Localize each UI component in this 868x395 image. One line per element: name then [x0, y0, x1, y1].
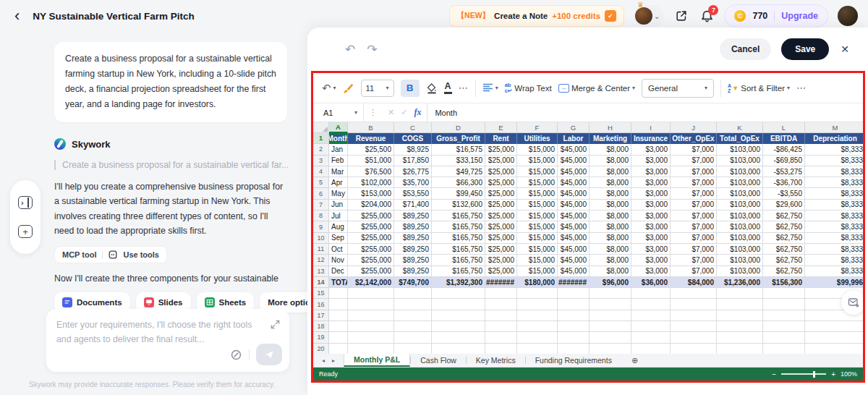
column-header-C[interactable]: C	[394, 122, 432, 133]
sheet-tab-funding-requirements[interactable]: Funding Requirements	[526, 354, 621, 367]
cell-E17[interactable]	[485, 310, 517, 321]
cell-E18[interactable]	[485, 321, 517, 332]
cell-L19[interactable]	[763, 332, 805, 343]
cell-M7[interactable]: $8,333	[805, 200, 863, 211]
cell-L11[interactable]: $62,750	[763, 244, 805, 255]
cell-F11[interactable]: $15,000	[517, 244, 558, 255]
row-header-2[interactable]: 2	[313, 144, 329, 155]
cell-A14[interactable]: TOTAL	[329, 277, 348, 288]
cell-C16[interactable]	[394, 299, 432, 310]
cell-I9[interactable]: $3,000	[631, 221, 671, 232]
cell-A8[interactable]: Jul	[329, 211, 348, 221]
cell-B1[interactable]: Revenue	[348, 133, 394, 144]
cell-H1[interactable]: Marketing	[590, 133, 631, 144]
cell-M11[interactable]: $8,333	[805, 244, 863, 255]
new-chat-button[interactable]: +	[18, 225, 33, 238]
cell-L10[interactable]: $62,750	[763, 233, 805, 244]
cell-M14[interactable]: $99,996	[805, 277, 863, 288]
cell-H8[interactable]: $8,000	[590, 211, 631, 221]
sort-filter-button[interactable]: AZ▼ Sort & Filter ▾	[728, 83, 790, 93]
column-header-E[interactable]: E	[485, 122, 517, 133]
cell-I4[interactable]: $3,000	[631, 166, 671, 177]
column-header-M[interactable]: M	[805, 122, 863, 133]
cell-J17[interactable]	[671, 310, 717, 321]
cell-G17[interactable]	[558, 310, 590, 321]
cell-G10[interactable]: $45,000	[558, 233, 590, 244]
cell-E6[interactable]: $25,000	[485, 188, 517, 199]
cell-I16[interactable]	[631, 299, 671, 310]
cell-B18[interactable]	[348, 321, 394, 332]
cell-B13[interactable]: $255,000	[348, 266, 394, 277]
cell-C11[interactable]: $89,250	[394, 244, 432, 255]
cell-K19[interactable]	[717, 332, 763, 343]
cell-E11[interactable]: $25,000	[485, 244, 517, 255]
cell-C8[interactable]: $89,250	[394, 211, 432, 221]
cell-D16[interactable]	[432, 299, 485, 310]
cell-M19[interactable]	[805, 332, 863, 343]
cell-H20[interactable]	[590, 344, 631, 354]
cell-H14[interactable]: $96,000	[590, 277, 631, 288]
cell-I2[interactable]: $3,000	[631, 144, 671, 155]
cell-K20[interactable]	[717, 344, 763, 354]
cell-A19[interactable]	[329, 332, 348, 343]
cell-M20[interactable]	[805, 344, 863, 354]
save-button[interactable]: Save	[781, 38, 829, 60]
add-sheet-button[interactable]: ⊕	[621, 354, 648, 367]
cell-I19[interactable]	[631, 332, 671, 343]
row-header-4[interactable]: 4	[313, 166, 329, 177]
cell-H3[interactable]: $8,000	[590, 156, 631, 166]
cell-F10[interactable]: $15,000	[517, 233, 558, 244]
cell-E4[interactable]: $25,000	[485, 166, 517, 177]
upgrade-button[interactable]: Upgrade	[781, 11, 818, 21]
align-button[interactable]: ▾	[482, 83, 498, 93]
cell-F6[interactable]: $15,000	[517, 188, 558, 199]
cell-J8[interactable]: $7,000	[671, 211, 717, 221]
cell-C7[interactable]: $71,400	[394, 200, 432, 211]
cell-C12[interactable]: $89,250	[394, 255, 432, 266]
cell-E12[interactable]: $25,000	[485, 255, 517, 266]
cell-J2[interactable]: $7,000	[671, 144, 717, 155]
cell-H19[interactable]	[590, 332, 631, 343]
notifications-button[interactable]: 7	[699, 8, 715, 24]
row-header-13[interactable]: 13	[313, 266, 329, 277]
row-header-18[interactable]: 18	[313, 321, 329, 332]
cell-D17[interactable]	[432, 310, 485, 321]
cell-L5[interactable]: -$36,700	[763, 177, 805, 188]
row-header-16[interactable]: 16	[313, 299, 329, 310]
cell-J3[interactable]: $7,000	[671, 156, 717, 166]
cell-C20[interactable]	[394, 344, 432, 354]
cell-G11[interactable]: $45,000	[558, 244, 590, 255]
row-header-8[interactable]: 8	[313, 211, 329, 221]
cell-C15[interactable]	[394, 288, 432, 299]
cell-A9[interactable]: Aug	[329, 221, 348, 232]
row-header-19[interactable]: 19	[313, 332, 329, 343]
cell-H5[interactable]: $8,000	[590, 177, 631, 188]
cell-G18[interactable]	[558, 321, 590, 332]
cell-B9[interactable]: $255,000	[348, 221, 394, 232]
cell-K3[interactable]: $103,000	[717, 156, 763, 166]
column-header-K[interactable]: K	[717, 122, 763, 133]
row-header-3[interactable]: 3	[313, 156, 329, 166]
cell-K18[interactable]	[717, 321, 763, 332]
cell-C13[interactable]: $89,250	[394, 266, 432, 277]
cell-H4[interactable]: $8,000	[590, 166, 631, 177]
cell-B3[interactable]: $51,000	[348, 156, 394, 166]
cell-K12[interactable]: $103,000	[717, 255, 763, 266]
cell-A5[interactable]: Apr	[329, 177, 348, 188]
column-header-J[interactable]: J	[671, 122, 717, 133]
cell-H7[interactable]: $8,000	[590, 200, 631, 211]
row-header-15[interactable]: 15	[313, 288, 329, 299]
cell-B14[interactable]: $2,142,000	[348, 277, 394, 288]
cell-J16[interactable]	[671, 299, 717, 310]
cell-L20[interactable]	[763, 344, 805, 354]
cell-E8[interactable]: $25,000	[485, 211, 517, 221]
cell-G7[interactable]: $45,000	[558, 200, 590, 211]
cell-E1[interactable]: Rent	[485, 133, 517, 144]
cell-M2[interactable]: $8,333	[805, 144, 863, 155]
cell-E16[interactable]	[485, 299, 517, 310]
cell-G1[interactable]: Labor	[558, 133, 590, 144]
cell-D8[interactable]: $165,750	[432, 211, 485, 221]
cell-A20[interactable]	[329, 344, 348, 354]
cell-F7[interactable]: $15,000	[517, 200, 558, 211]
expand-input-button[interactable]	[270, 319, 281, 330]
